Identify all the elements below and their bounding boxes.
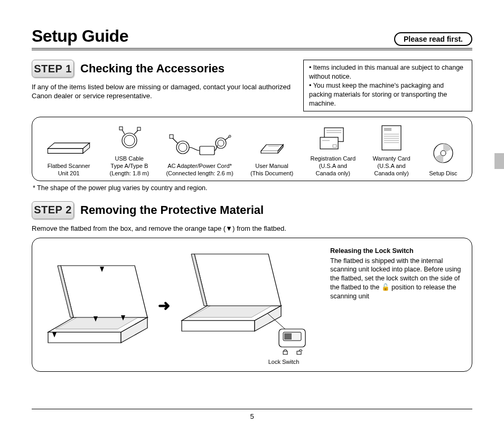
step1-heading: Checking the Accessories [80,62,225,76]
accessory-label: (Connected length: 2.6 m) [166,170,233,177]
svg-rect-2 [119,127,123,130]
accessory-label: User Manual [250,163,293,170]
flatbed-open-clean-icon: Lock Switch [175,247,313,365]
accessory-label: Canada only) [372,170,410,177]
disc-icon [427,138,459,168]
svg-rect-3 [137,127,141,130]
svg-point-25 [441,151,446,156]
scanner-icon [45,131,92,161]
svg-rect-18 [384,128,391,131]
step2-badge: STEP 2 [32,201,74,219]
flatbed-open-taped-icon [42,258,153,353]
svg-rect-33 [284,333,292,340]
accessory-label: (Length: 1.8 m) [109,170,149,177]
accessory-label: Flatbed Scanner [48,163,90,170]
lock-switch-body: The flatbed is shipped with the internal… [330,257,461,300]
page-thumb-tab [494,153,504,169]
ac-adapter-icon [168,131,231,161]
step1-row: STEP 1 Checking the Accessories If any o… [32,60,472,111]
accessory-label: AC Adapter/Power Cord* [166,163,233,170]
arrow-right-icon: ➜ [158,297,170,314]
step1-intro: If any of the items listed below are mis… [32,83,296,101]
accessory-ac-adapter: AC Adapter/Power Cord* (Connected length… [166,131,233,177]
accessory-warranty-card: Warranty Card (U.S.A and Canada only) [372,124,410,177]
svg-rect-35 [297,351,301,354]
accessory-scanner: Flatbed Scanner Unit 201 [45,131,92,177]
accessory-label: Warranty Card [372,155,410,163]
page-title: Setup Guide [32,26,128,46]
lock-switch-text: Releasing the Lock Switch The flatbed is… [330,247,462,301]
svg-point-5 [179,143,187,152]
step1-badge: STEP 1 [32,60,74,78]
note-item: Items included in this manual are subjec… [309,63,466,81]
svg-rect-7 [200,146,214,155]
accessory-label: (U.S.A and [372,163,410,170]
accessory-label: Setup Disc [429,170,457,177]
accessory-setup-disc: Setup Disc [427,138,459,177]
accessory-label: (U.S.A and [310,163,356,170]
lock-switch-heading: Releasing the Lock Switch [330,247,462,256]
step2-row: STEP 2 Removing the Protective Material [32,201,472,219]
step1-footnote: * The shape of the power plug varies by … [33,184,472,192]
read-first-badge: Please read first. [394,32,472,46]
document-header: Setup Guide Please read first. [32,26,472,50]
accessory-label: Registration Card [310,155,356,163]
accessory-label: Type A/Type B [109,163,149,170]
registration-card-icon [317,124,349,153]
svg-point-9 [218,140,224,146]
protective-panel: ➜ [32,238,472,372]
step2-intro: Remove the flatbed from the box, and rem… [32,224,472,232]
warranty-card-icon [376,124,407,153]
step2-heading: Removing the Protective Material [80,203,264,217]
usb-cable-icon [114,124,145,153]
svg-point-1 [124,135,135,146]
manual-icon [256,131,288,161]
accessory-usb-cable: USB Cable Type A/Type B (Length: 1.8 m) [109,124,149,177]
accessory-user-manual: User Manual (This Document) [250,131,293,177]
accessory-label: USB Cable [109,155,149,163]
svg-rect-34 [283,351,287,354]
page-footer: 5 [32,409,472,420]
accessory-label: Unit 201 [48,170,90,177]
accessories-panel: Flatbed Scanner Unit 201 USB Cable Type … [32,117,472,181]
accessory-registration-card: Registration Card (U.S.A and Canada only… [310,124,356,177]
lock-switch-label: Lock Switch [255,359,313,365]
svg-point-10 [229,135,231,137]
svg-rect-6 [170,135,173,138]
accessory-label: Canada only) [310,170,356,177]
page-number: 5 [250,412,254,420]
accessory-label: (This Document) [250,170,293,177]
note-item: You must keep the machine's packaging an… [309,81,466,108]
step1-notes-box: Items included in this manual are subjec… [303,60,472,111]
